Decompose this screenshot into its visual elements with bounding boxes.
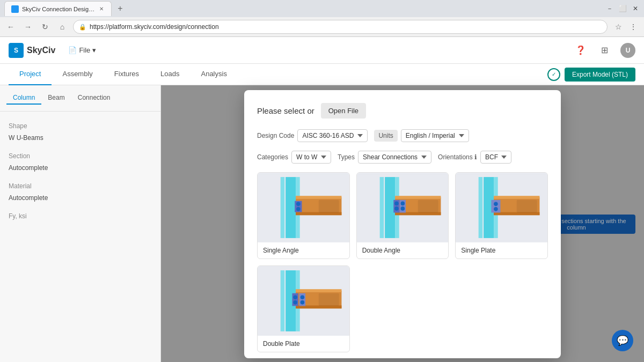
content-area: Please enter sections starting with the … <box>161 85 644 362</box>
back-button[interactable]: ← <box>4 20 17 33</box>
star-icon[interactable]: ☆ <box>612 20 625 33</box>
svg-point-23 <box>400 206 405 211</box>
svg-rect-38 <box>281 270 285 331</box>
card-label-double-plate: Double Plate <box>258 336 349 352</box>
nav-tab-fixtures[interactable]: Fixtures <box>104 64 150 85</box>
categories-group: Categories W to W <box>257 151 331 164</box>
sidebar: Column Beam Connection Shape W U-Beams S… <box>0 85 161 362</box>
tab-close-icon[interactable]: ✕ <box>98 5 105 13</box>
tab-title: SkyCiv Connection Design | Sky... <box>22 6 95 12</box>
svg-rect-24 <box>418 200 438 212</box>
browser-titlebar: SkyCiv Connection Design | Sky... ✕ + － … <box>0 0 644 17</box>
skyciv-logo-icon: S <box>9 43 24 58</box>
export-button[interactable]: Export Model (STL) <box>565 68 635 82</box>
sidebar-section-section: Section Autocomplete <box>0 148 160 178</box>
chat-bubble[interactable]: 💬 <box>612 330 633 351</box>
nav-tab-loads[interactable]: Loads <box>150 64 190 85</box>
nav-tab-assembly[interactable]: Assembly <box>52 64 103 85</box>
menu-dots-icon[interactable]: ⋮ <box>627 20 640 33</box>
design-code-group: Design Code AISC 360-16 ASD <box>257 129 368 142</box>
filter-row-1: Design Code AISC 360-16 ASD Units Englis… <box>257 129 548 142</box>
file-menu-label: File <box>79 46 90 54</box>
card-double-angle[interactable]: Double Angle <box>356 172 449 259</box>
units-select[interactable]: English / Imperial <box>401 129 469 142</box>
modal-header: Please select or Open File <box>257 103 548 119</box>
svg-rect-12 <box>385 177 395 238</box>
browser-actions: ☆ ⋮ <box>612 20 640 33</box>
svg-point-21 <box>400 201 405 205</box>
nav-tabs: Project Assembly Fixtures Loads Analysis… <box>0 64 644 85</box>
svg-point-48 <box>301 300 305 305</box>
svg-rect-49 <box>319 293 339 306</box>
shape-value: W U-Beams <box>9 132 152 144</box>
grid-icon[interactable]: ⊞ <box>597 43 612 58</box>
svg-rect-13 <box>379 177 384 238</box>
browser-addressbar: ← → ↻ ⌂ 🔒 https://platform.skyciv.com/de… <box>0 17 644 36</box>
svg-rect-27 <box>479 177 483 238</box>
section-value: Autocomplete <box>9 162 152 174</box>
header-right: ❓ ⊞ U <box>573 43 635 58</box>
svg-point-9 <box>296 207 301 211</box>
forward-button[interactable]: → <box>21 20 34 33</box>
svg-point-47 <box>293 300 297 305</box>
sidebar-tab-connection[interactable]: Connection <box>71 92 117 105</box>
design-code-select[interactable]: AISC 360-16 ASD <box>297 129 368 142</box>
card-image-single-angle <box>258 173 349 242</box>
file-menu[interactable]: 📄 File ▾ <box>64 44 100 56</box>
sidebar-section-material: Material Autocomplete <box>0 178 160 208</box>
logo-text: SkyCiv <box>27 46 55 55</box>
svg-point-8 <box>296 202 301 206</box>
modal-overlay[interactable]: Please select or Open File Design Code A… <box>161 85 644 362</box>
section-label: Section <box>9 152 152 160</box>
categories-select[interactable]: W to W <box>291 151 331 164</box>
fy-label: Fy, ksi <box>9 212 152 220</box>
file-icon: 📄 <box>68 46 77 54</box>
sidebar-tab-beam[interactable]: Beam <box>41 92 71 105</box>
sidebar-sub-tabs: Column Beam Connection <box>0 92 160 112</box>
lock-icon: 🔒 <box>79 24 86 31</box>
card-image-double-plate <box>258 266 349 336</box>
svg-rect-5 <box>296 196 341 199</box>
material-value: Autocomplete <box>9 192 152 204</box>
card-single-plate[interactable]: Single Plate <box>455 172 548 259</box>
units-label: Units <box>374 130 397 142</box>
sidebar-section-fy: Fy, ksi <box>0 208 160 226</box>
open-file-button[interactable]: Open File <box>321 103 366 119</box>
units-group: Units English / Imperial <box>374 129 469 142</box>
modal-title: Please select or <box>257 106 314 115</box>
refresh-button[interactable]: ↻ <box>39 20 52 33</box>
address-bar[interactable]: 🔒 https://platform.skyciv.com/design/con… <box>73 20 608 34</box>
card-label-single-angle: Single Angle <box>258 242 349 258</box>
sidebar-tab-column[interactable]: Column <box>6 92 41 105</box>
card-label-single-plate: Single Plate <box>456 242 547 258</box>
card-double-plate[interactable]: Double Plate <box>257 265 350 352</box>
maximize-icon[interactable]: ⬜ <box>618 4 627 13</box>
orientations-select[interactable]: BCF <box>480 151 511 164</box>
svg-rect-16 <box>395 196 441 199</box>
minimize-icon[interactable]: － <box>605 4 614 13</box>
home-button[interactable]: ⌂ <box>56 20 69 33</box>
app-header: S SkyCiv 📄 File ▾ ❓ ⊞ U <box>0 37 644 64</box>
material-label: Material <box>9 182 152 190</box>
nav-tab-analysis[interactable]: Analysis <box>190 64 237 85</box>
logo-area: S SkyCiv <box>9 43 55 58</box>
card-single-angle[interactable]: Single Angle <box>257 172 350 259</box>
browser-tab[interactable]: SkyCiv Connection Design | Sky... ✕ <box>4 1 112 16</box>
new-tab-button[interactable]: + <box>114 2 127 15</box>
main-layout: Column Beam Connection Shape W U-Beams S… <box>0 85 644 362</box>
svg-point-45 <box>293 295 297 299</box>
types-group: Types Shear Connections <box>338 151 431 164</box>
progress-icon: ✓ <box>547 68 560 81</box>
close-window-icon[interactable]: ✕ <box>631 4 640 13</box>
card-image-double-angle <box>357 173 449 242</box>
types-select[interactable]: Shear Connections <box>358 151 431 164</box>
nav-tab-project[interactable]: Project <box>9 64 52 85</box>
types-label: Types <box>338 153 355 161</box>
orientations-label: Orientations ℹ <box>438 153 477 161</box>
categories-label: Categories <box>257 153 288 161</box>
help-icon[interactable]: ❓ <box>573 43 588 58</box>
svg-rect-41 <box>296 289 341 292</box>
avatar[interactable]: U <box>620 43 635 58</box>
filter-row-2: Categories W to W Types Shear Connection… <box>257 151 548 164</box>
connection-grid: Single Angle <box>257 172 548 352</box>
